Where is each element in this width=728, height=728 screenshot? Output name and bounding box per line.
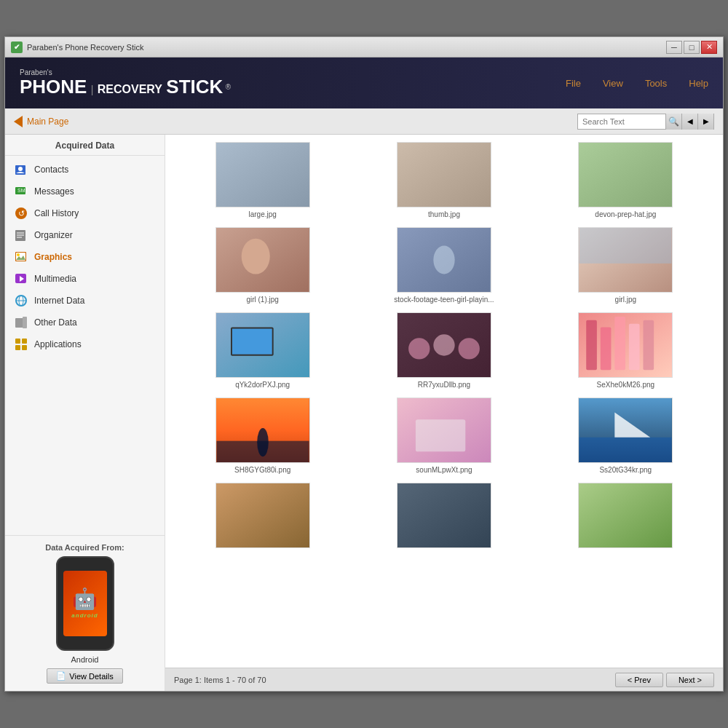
svg-rect-22	[22, 339, 27, 344]
gallery-label-8: Ss20tG34kr.png	[599, 466, 652, 474]
gallery-item-3[interactable]: qYk2dorPXJ.png	[176, 312, 349, 389]
svg-rect-47	[644, 320, 654, 370]
device-area: Data Acquired From: 🤖 android Android 📄 …	[5, 535, 165, 691]
sidebar-item-callhistory-label: Call History	[34, 208, 79, 218]
title-bar: ✔ Paraben's Phone Recovery Stick ─ □ ✕	[5, 37, 723, 58]
svg-point-40	[433, 334, 454, 355]
gallery-area: large.jpg thumb.jpg	[165, 135, 723, 691]
svg-text:↺: ↺	[18, 209, 25, 218]
gallery-label-0: girl (1).jpg	[246, 296, 278, 304]
svg-rect-45	[615, 317, 626, 370]
sidebar-item-organizer-label: Organizer	[34, 230, 73, 240]
status-bar: Page 1: Items 1 - 70 of 70 < Prev Next >	[165, 668, 723, 691]
gallery-item-11[interactable]	[539, 483, 712, 551]
nav-tools[interactable]: Tools	[645, 78, 667, 89]
view-details-button[interactable]: 📄 View Details	[47, 668, 122, 684]
toolbar: Main Page 🔍 ◀ ▶	[5, 108, 723, 135]
gallery-item-2[interactable]: girl.jpg	[539, 227, 712, 304]
svg-rect-58	[579, 483, 672, 547]
main-nav: File View Tools Help	[566, 78, 708, 89]
search-prev-button[interactable]: ◀	[681, 114, 697, 130]
gallery-label-2: girl.jpg	[615, 296, 636, 304]
gallery-thumb-5	[578, 312, 673, 378]
sidebar-title: Acquired Data	[5, 135, 165, 156]
gallery-thumb-2	[578, 227, 673, 293]
main-content: Acquired Data Contacts SMS Messages	[5, 135, 723, 691]
svg-rect-26	[397, 143, 491, 207]
sidebar-item-multimedia[interactable]: Multimedia	[5, 268, 165, 290]
gallery-item-devon[interactable]: devon-prep-hat.jpg	[539, 142, 712, 218]
gallery-scroll[interactable]: large.jpg thumb.jpg	[165, 135, 723, 668]
gallery-thumb-9	[215, 483, 310, 548]
back-button[interactable]: Main Page	[14, 116, 68, 127]
sidebar-item-graphics[interactable]: Graphics	[5, 246, 165, 268]
svg-rect-57	[397, 483, 490, 547]
svg-point-50	[257, 428, 269, 456]
gallery-item-large[interactable]: large.jpg	[176, 142, 349, 218]
maximize-button[interactable]: □	[684, 41, 700, 54]
gallery-thumb-11	[578, 483, 673, 548]
gallery-thumb-6	[215, 397, 310, 463]
sidebar-item-internet-label: Internet Data	[34, 296, 84, 306]
logo-phone: PHONE	[20, 76, 87, 98]
internet-icon	[14, 293, 28, 308]
search-button[interactable]: 🔍	[665, 114, 681, 130]
svg-rect-21	[15, 339, 20, 344]
svg-rect-24	[22, 345, 27, 350]
gallery-label-7: sounMLpwXt.png	[416, 466, 472, 474]
logo-recovery: RECOVERY	[98, 83, 162, 95]
gallery-thumb-thumb	[397, 142, 491, 207]
sidebar-item-organizer[interactable]: Organizer	[5, 224, 165, 246]
gallery-item-thumb[interactable]: thumb.jpg	[357, 142, 530, 218]
gallery-item-10[interactable]	[357, 483, 530, 551]
sidebar-item-multimedia-label: Multimedia	[34, 274, 76, 284]
gallery-item-5[interactable]: SeXhe0kM26.png	[539, 312, 712, 389]
device-phone-image: 🤖 android	[56, 556, 114, 651]
search-next-button[interactable]: ▶	[697, 114, 713, 130]
gallery-item-4[interactable]: RR7yxuDllb.png	[357, 312, 530, 389]
callhistory-icon: ↺	[14, 206, 28, 221]
gallery-item-7[interactable]: sounMLpwXt.png	[357, 397, 530, 474]
gallery-thumb-4	[397, 312, 491, 378]
android-brand-text: android	[71, 612, 98, 619]
close-button[interactable]: ✕	[701, 41, 717, 54]
view-details-label: View Details	[69, 672, 113, 681]
gallery-thumb-1	[397, 227, 491, 293]
sidebar-item-applications[interactable]: Applications	[5, 333, 165, 355]
gallery-item-6[interactable]: SH8GYGt80i.png	[176, 397, 349, 474]
nav-file[interactable]: File	[566, 78, 581, 89]
phone-screen: 🤖 android	[63, 571, 107, 636]
gallery-item-9[interactable]	[176, 483, 349, 551]
svg-point-1	[18, 167, 23, 171]
svg-point-32	[433, 245, 454, 274]
page-nav-buttons: < Prev Next >	[615, 673, 714, 687]
minimize-button[interactable]: ─	[666, 41, 682, 54]
gallery-item-8[interactable]: Ss20tG34kr.png	[539, 397, 712, 474]
otherdata-icon	[14, 315, 28, 330]
nav-help[interactable]: Help	[689, 78, 708, 89]
svg-point-41	[459, 338, 480, 359]
logo-stick: STICK	[166, 76, 223, 98]
gallery-item-0[interactable]: girl (1).jpg	[176, 227, 349, 304]
app-icon: ✔	[11, 41, 23, 53]
sidebar-item-callhistory[interactable]: ↺ Call History	[5, 202, 165, 224]
prev-page-button[interactable]: < Prev	[615, 673, 663, 687]
main-window: ✔ Paraben's Phone Recovery Stick ─ □ ✕ P…	[4, 36, 724, 692]
sidebar-item-otherdata[interactable]: Other Data	[5, 312, 165, 333]
gallery-thumb-devon	[578, 142, 673, 207]
gallery-item-1[interactable]: stock-footage-teen-girl-playin...	[357, 227, 530, 304]
sidebar-item-internet[interactable]: Internet Data	[5, 290, 165, 312]
nav-view[interactable]: View	[603, 78, 623, 89]
contacts-icon	[14, 162, 28, 177]
next-page-button[interactable]: Next >	[666, 673, 714, 687]
window-title: Paraben's Phone Recovery Stick	[27, 43, 666, 52]
sidebar-item-contacts[interactable]: Contacts	[5, 159, 165, 181]
window-controls: ─ □ ✕	[666, 41, 717, 54]
search-input[interactable]	[578, 116, 665, 127]
sidebar-item-messages[interactable]: SMS Messages	[5, 181, 165, 202]
logo: Paraben's PHONE | RECOVERY STICK ®	[20, 68, 231, 98]
sidebar-item-applications-label: Applications	[34, 339, 82, 349]
search-box: 🔍 ◀ ▶	[577, 114, 714, 130]
sidebar-item-graphics-label: Graphics	[34, 252, 72, 262]
sidebar-item-messages-label: Messages	[34, 186, 74, 197]
